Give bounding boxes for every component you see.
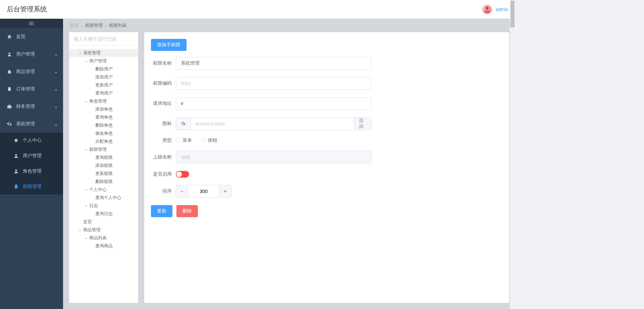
svg-rect-11: [8, 87, 11, 91]
chevron-down-icon: [54, 87, 58, 91]
update-button[interactable]: 更新: [151, 205, 172, 217]
tree-node-3[interactable]: 添加用户: [69, 73, 138, 81]
name-input[interactable]: [176, 57, 372, 70]
chevron-down-icon: [54, 53, 58, 56]
sidebar-subitem-5-3[interactable]: 权限管理: [0, 179, 63, 194]
sidebar-item-label: 商品管理: [16, 69, 35, 75]
svg-rect-8: [33, 23, 34, 24]
header: 后台管理系统 admin: [0, 0, 515, 19]
chevron-down-icon: [54, 105, 58, 108]
chevron-up-icon: [54, 122, 58, 126]
tree-node-2[interactable]: 删除用户: [69, 65, 138, 73]
tree-node-14[interactable]: 添加权限: [69, 162, 138, 170]
svg-point-15: [15, 170, 17, 171]
sidebar-subitem-5-0[interactable]: 个人中心: [0, 133, 63, 148]
sidebar-item-label: 首页: [16, 34, 25, 40]
tree-node-label: 删除角色: [95, 122, 113, 128]
breadcrumb-item-0[interactable]: 首页: [70, 22, 78, 28]
tree-node-18[interactable]: 查询个人中心: [69, 194, 138, 202]
tree-node-12[interactable]: 权限管理: [69, 145, 138, 153]
tree-node-label: 查询角色: [95, 114, 113, 120]
tree-node-label: 删除权限: [95, 179, 113, 185]
tree-node-label: 添加用户: [95, 74, 113, 80]
tree-node-24[interactable]: 查询商品: [69, 242, 138, 250]
sidebar-subitem-5-2[interactable]: 角色管理: [0, 164, 63, 179]
tree-filter-input[interactable]: [69, 32, 138, 46]
url-input[interactable]: [176, 97, 372, 110]
content: 首页/权限管理/权限列表 系统管理用户管理删除用户添加用户更新用户查询用户角色管…: [63, 19, 515, 309]
caret-icon: [85, 59, 88, 63]
sidebar-item-4[interactable]: 财务管理: [0, 98, 63, 115]
tree-node-label: 商品管理: [83, 227, 101, 233]
svg-rect-17: [15, 184, 17, 185]
svg-rect-12: [9, 87, 10, 88]
scrollbar-track[interactable]: [510, 0, 515, 309]
tree-node-label: 用户管理: [89, 58, 107, 64]
caret-icon: [78, 51, 82, 55]
clipboard-icon: [7, 86, 12, 92]
scrollbar-thumb[interactable]: [511, 1, 515, 27]
icon-input[interactable]: [191, 117, 354, 130]
tree-node-label: 添加权限: [95, 163, 113, 169]
type-option-1: 按钮: [208, 137, 217, 143]
type-radio-button[interactable]: 按钮: [201, 137, 217, 143]
gear-icon: [7, 121, 12, 127]
name-label: 权限名称: [151, 60, 176, 66]
sidebar-item-2[interactable]: 商品管理: [0, 63, 63, 80]
tree-node-16[interactable]: 删除权限: [69, 178, 138, 186]
add-child-permission-button[interactable]: 添加子权限: [151, 39, 186, 51]
tree-node-label: 权限管理: [89, 146, 107, 152]
delete-button[interactable]: 删除: [176, 205, 198, 217]
enable-switch[interactable]: [176, 171, 189, 178]
tree-node-4[interactable]: 更新用户: [69, 81, 138, 89]
svg-rect-7: [33, 22, 34, 22]
icon-label: 图标: [151, 121, 176, 127]
type-radio-menu[interactable]: 菜单: [176, 137, 192, 143]
briefcase-icon: [7, 104, 12, 109]
tree-node-10[interactable]: 修改角色: [69, 129, 138, 137]
gear-icon: [176, 117, 191, 130]
tree-node-15[interactable]: 更新权限: [69, 170, 138, 178]
sidebar-item-5[interactable]: 系统管理: [0, 115, 63, 133]
person-icon: [13, 153, 19, 159]
sort-input[interactable]: [188, 185, 219, 197]
tree-node-8[interactable]: 查询角色: [69, 113, 138, 121]
tree-node-7[interactable]: 添加角色: [69, 105, 138, 113]
tree-node-0[interactable]: 系统管理: [69, 49, 138, 57]
sidebar-item-label: 订单管理: [16, 86, 35, 92]
parent-input[interactable]: [176, 151, 372, 164]
header-user[interactable]: admin: [482, 5, 508, 14]
tree-node-5[interactable]: 查询用户: [69, 89, 138, 97]
tree-node-13[interactable]: 查询权限: [69, 153, 138, 162]
tree-panel: 系统管理用户管理删除用户添加用户更新用户查询用户角色管理添加角色查询角色删除角色…: [69, 32, 138, 303]
sidebar-item-0[interactable]: 首页: [0, 28, 63, 46]
tree-node-label: 更新权限: [95, 171, 113, 177]
icon-select-button[interactable]: 选择: [354, 117, 372, 130]
tree-node-6[interactable]: 角色管理: [69, 97, 138, 105]
tree-node-22[interactable]: 商品管理: [69, 226, 138, 234]
tree-node-19[interactable]: 日志: [69, 202, 138, 210]
tree-node-11[interactable]: 分配角色: [69, 137, 138, 145]
avatar: [482, 5, 492, 14]
svg-rect-4: [31, 22, 32, 22]
tree-node-17[interactable]: 个人中心: [69, 186, 138, 194]
tree-node-label: 查询权限: [95, 154, 113, 161]
person-icon: [13, 169, 19, 174]
sort-increase-button[interactable]: +: [219, 185, 231, 197]
sidebar-item-3[interactable]: 订单管理: [0, 80, 63, 98]
tree-node-20[interactable]: 查询日志: [69, 210, 138, 218]
caret-icon: [85, 204, 88, 207]
tree-node-9[interactable]: 删除角色: [69, 121, 138, 129]
tree-node-23[interactable]: 商品列表: [69, 234, 138, 242]
sidebar-item-1[interactable]: 用户管理: [0, 46, 63, 63]
sidebar-item-label: 角色管理: [23, 168, 42, 174]
tree-node-1[interactable]: 用户管理: [69, 57, 138, 65]
type-label: 类型: [151, 137, 176, 143]
code-input[interactable]: [176, 77, 372, 90]
sort-decrease-button[interactable]: −: [176, 185, 188, 197]
star-icon: [13, 138, 19, 143]
tree-node-21[interactable]: 首页: [69, 218, 138, 226]
sidebar-subitem-5-1[interactable]: 用户管理: [0, 148, 63, 164]
sidebar-collapse-button[interactable]: [0, 19, 63, 28]
url-label: 请求地址: [151, 101, 176, 107]
